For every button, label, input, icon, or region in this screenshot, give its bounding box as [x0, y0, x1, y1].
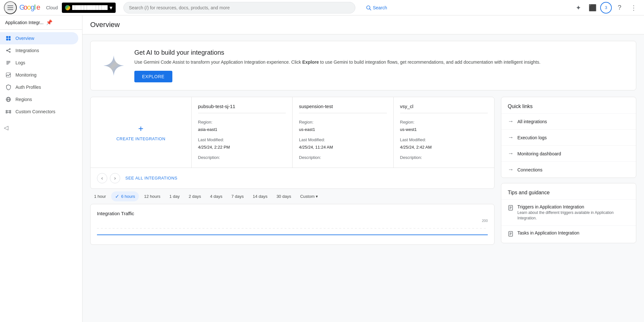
svg-rect-11 — [9, 39, 11, 41]
svg-text:l: l — [34, 4, 36, 11]
integration-meta-pubsub: Region: asia-east1 Last Modified: 4/25/2… — [198, 118, 286, 161]
regions-icon — [5, 97, 12, 102]
sidebar: Application Integr... 📌 Overview Integra… — [0, 15, 82, 322]
svg-line-16 — [7, 51, 9, 52]
explore-button[interactable]: EXPLORE — [134, 71, 172, 82]
time-chip-custom-label: Custom — [300, 194, 315, 199]
svg-point-13 — [9, 49, 10, 50]
terminal-button[interactable]: ⬛ — [586, 1, 599, 14]
integrations-icon — [5, 48, 12, 53]
pagination-row: ‹ › SEE ALL INTEGRATIONS — [91, 168, 494, 189]
tips-title: Tips and guidance — [501, 183, 636, 199]
create-integration-card[interactable]: + CREATE INTEGRATION — [91, 97, 192, 168]
svg-line-15 — [7, 49, 9, 50]
check-icon: ✓ — [115, 193, 119, 199]
topbar: G o o g l e Cloud ████████████ ▾ Search … — [0, 0, 644, 15]
quick-link-connections[interactable]: → Connections — [501, 161, 636, 178]
search-icon — [366, 5, 371, 11]
main-layout: Application Integr... 📌 Overview Integra… — [0, 15, 644, 322]
connectors-icon — [5, 109, 12, 115]
sidebar-item-auth[interactable]: Auth Profiles — [0, 81, 78, 93]
svg-rect-27 — [6, 112, 7, 113]
quick-link-all-integrations[interactable]: → All integrations — [501, 113, 636, 129]
time-filter: 1 hour ✓ 6 hours 12 hours 1 day 2 days 4… — [90, 189, 495, 204]
traffic-title: Integration Traffic — [97, 211, 488, 216]
time-chip-custom[interactable]: Custom ▾ — [296, 192, 322, 201]
time-chip-12h[interactable]: 12 hours — [140, 192, 164, 201]
quick-link-label-all: All integrations — [517, 119, 547, 124]
tip-item-triggers[interactable]: Triggers in Application Integration Lear… — [501, 199, 636, 225]
svg-line-7 — [370, 9, 371, 10]
custom-dropdown-icon: ▾ — [316, 194, 318, 199]
content-body: Get AI to build your integrations Use Ge… — [82, 34, 644, 251]
document-icon-triggers — [508, 205, 514, 212]
sidebar-item-label-connectors: Custom Connectors — [15, 109, 55, 114]
sidebar-item-label-auth: Auth Profiles — [15, 85, 41, 90]
notification-count: 3 — [605, 5, 607, 10]
hamburger-menu-button[interactable] — [4, 1, 17, 14]
tip-item-tasks[interactable]: Tasks in Application Integration — [501, 225, 636, 243]
sidebar-item-monitoring[interactable]: Monitoring — [0, 69, 78, 81]
integration-name-pubsub: pubsub-test-sj-11 — [198, 104, 286, 113]
integration-card-suspension[interactable]: suspension-test Region: us-east1 Last Mo… — [293, 97, 394, 168]
time-chip-1h[interactable]: 1 hour — [90, 192, 110, 201]
time-chip-14d[interactable]: 14 days — [249, 192, 272, 201]
sidebar-item-logs[interactable]: Logs — [0, 57, 78, 69]
svg-rect-8 — [6, 36, 8, 38]
svg-rect-25 — [6, 110, 7, 111]
collapse-sidebar-button[interactable]: ◁ — [1, 123, 11, 133]
integration-name-suspension: suspension-test — [299, 104, 387, 113]
time-chip-1d[interactable]: 1 day — [166, 192, 184, 201]
more-menu-button[interactable]: ⋮ — [627, 1, 640, 14]
help-button[interactable]: ? — [613, 1, 626, 14]
time-chip-7d[interactable]: 7 days — [227, 192, 247, 201]
search-button[interactable]: Search — [363, 5, 389, 11]
integration-card-vsy[interactable]: vsy_cl Region: us-west1 Last Modified: 4… — [394, 97, 495, 168]
quick-link-execution-logs[interactable]: → Execution logs — [501, 129, 636, 145]
sidebar-item-regions[interactable]: Regions — [0, 93, 78, 106]
svg-rect-10 — [6, 39, 8, 41]
create-plus-icon: + — [138, 124, 143, 134]
auth-icon — [5, 84, 12, 90]
integrations-cards: + CREATE INTEGRATION pubsub-test-sj-11 R… — [91, 97, 494, 168]
quick-links-section: Quick links → All integrations → Executi… — [501, 97, 636, 178]
traffic-chart-svg — [97, 219, 488, 238]
next-page-button[interactable]: › — [110, 173, 120, 183]
integration-name-vsy: vsy_cl — [400, 104, 488, 113]
quick-link-label-logs: Execution logs — [517, 135, 547, 140]
integration-card-pubsub[interactable]: pubsub-test-sj-11 Region: asia-east1 Las… — [192, 97, 293, 168]
tip-desc-triggers: Learn about the different triggers avail… — [517, 210, 630, 221]
time-chip-30d[interactable]: 30 days — [273, 192, 295, 201]
search-input[interactable] — [123, 2, 355, 14]
ai-banner-title: Get AI to build your integrations — [134, 49, 626, 56]
time-chip-2d[interactable]: 2 days — [185, 192, 205, 201]
project-selector[interactable]: ████████████ ▾ — [62, 3, 116, 13]
time-chip-4d[interactable]: 4 days — [206, 192, 226, 201]
chart-y-label: 200 — [482, 219, 488, 223]
pin-icon: 📌 — [46, 19, 53, 25]
search-bar-container — [123, 2, 355, 14]
prev-page-button[interactable]: ‹ — [97, 173, 107, 183]
chart-area: 200 — [97, 219, 488, 238]
tip-title-tasks: Tasks in Application Integration — [517, 230, 579, 235]
quick-link-monitoring-dashboard[interactable]: → Monitoring dashboard — [501, 145, 636, 161]
gemini-star-icon — [101, 53, 127, 78]
sidebar-item-overview[interactable]: Overview — [0, 32, 78, 44]
ai-banner-bold: Explore — [302, 60, 319, 65]
main-content-left: + CREATE INTEGRATION pubsub-test-sj-11 R… — [90, 97, 495, 245]
create-integration-label: CREATE INTEGRATION — [116, 136, 165, 141]
bookmark-button[interactable]: ✦ — [572, 1, 585, 14]
topbar-right: ✦ ⬛ 3 ? ⋮ — [572, 1, 640, 14]
notification-button[interactable]: 3 — [600, 2, 612, 14]
project-icon — [65, 5, 70, 10]
sidebar-item-connectors[interactable]: Custom Connectors — [0, 106, 78, 118]
integration-meta-vsy: Region: us-west1 Last Modified: 4/25/24,… — [400, 118, 488, 161]
see-all-integrations-link[interactable]: SEE ALL INTEGRATIONS — [125, 176, 178, 180]
svg-rect-21 — [6, 73, 11, 77]
time-chip-6h[interactable]: ✓ 6 hours — [111, 191, 139, 201]
sidebar-item-integrations[interactable]: Integrations — [0, 44, 78, 57]
tip-title-triggers: Triggers in Application Integration — [517, 204, 630, 209]
overview-icon — [5, 35, 12, 41]
tip-content-tasks: Tasks in Application Integration — [517, 230, 579, 235]
svg-rect-9 — [9, 36, 11, 38]
